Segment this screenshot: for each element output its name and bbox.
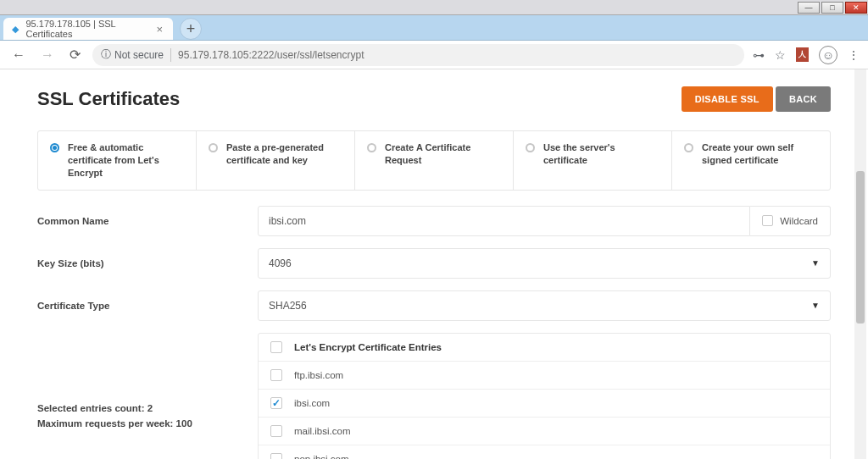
cert-type-row: Certificate Type SHA256 ▼ [37,290,831,321]
radio-icon [50,143,59,152]
key-size-select[interactable]: 4096 ▼ [258,248,831,279]
disable-ssl-button[interactable]: DISABLE SSL [682,86,773,112]
cert-source-tab[interactable]: Create your own self signed certificate [672,131,830,190]
window-close-button[interactable]: ✕ [845,2,867,14]
radio-icon [367,143,376,152]
scroll-thumb[interactable] [856,171,865,324]
browser-tab-strip: ◆ 95.179.178.105 | SSL Certificates × + [0,15,868,41]
cert-source-tab[interactable]: Use the server's certificate [514,131,672,190]
new-tab-button[interactable]: + [180,18,202,40]
wildcard-checkbox[interactable] [762,215,773,226]
common-name-input-wrap: Wildcard [258,206,831,236]
chevron-down-icon: ▼ [811,301,820,310]
entry-checkbox[interactable]: ✓ [270,397,282,409]
entry-domain: ibsi.com [294,398,330,408]
radio-icon [209,143,218,152]
selected-count-label: Selected entries count: 2 [37,401,258,416]
browser-toolbar: ← → ⟳ ⓘ Not secure 95.179.178.105:2222/u… [0,41,868,69]
nav-reload-button[interactable]: ⟳ [66,45,84,64]
entry-domain: mail.ibsi.com [294,426,350,436]
wildcard-label: Wildcard [780,216,818,226]
nav-forward-button[interactable]: → [37,46,58,64]
entry-row[interactable]: ftp.ibsi.com [259,362,830,390]
profile-avatar-icon[interactable]: ☺ [819,46,837,64]
entry-checkbox[interactable] [270,425,282,437]
page-title: SSL Certificates [37,88,180,110]
cert-source-tab[interactable]: Paste a pre-generated certificate and ke… [197,131,355,190]
entry-row[interactable]: ✓ibsi.com [259,390,830,418]
pdf-extension-icon[interactable]: 人 [796,47,809,62]
common-name-input[interactable] [258,206,750,236]
radio-icon [526,143,535,152]
saved-password-icon[interactable]: ⊶ [753,48,765,62]
entry-row[interactable]: pop.ibsi.com [259,445,830,459]
back-button[interactable]: BACK [776,86,831,112]
browser-tab[interactable]: ◆ 95.179.178.105 | SSL Certificates × [3,18,173,40]
window-minimize-button[interactable]: — [798,2,820,14]
cert-source-tab[interactable]: Free & automatic certificate from Let's … [38,131,197,190]
key-size-value: 4096 [269,257,292,269]
tab-favicon-icon: ◆ [10,23,20,35]
key-size-label: Key Size (bits) [37,258,258,268]
page-content: SSL Certificates DISABLE SSL BACK Free &… [0,69,868,459]
page-scrollbar[interactable] [854,69,866,459]
cert-source-tab-label: Paste a pre-generated certificate and ke… [226,141,342,167]
certificate-source-tabs: Free & automatic certificate from Let's … [37,130,831,191]
kebab-menu-icon[interactable]: ⋮ [848,48,860,62]
entry-row[interactable]: mail.ibsi.com [259,418,830,445]
header-actions: DISABLE SSL BACK [682,86,831,112]
address-bar[interactable]: ⓘ Not secure 95.179.178.105:2222/user/ss… [92,44,744,66]
common-name-row: Common Name Wildcard [37,206,831,236]
entry-checkbox[interactable] [270,453,282,459]
not-secure-indicator[interactable]: ⓘ Not secure [101,47,164,62]
cert-type-value: SHA256 [269,300,307,312]
browser-tab-title: 95.179.178.105 | SSL Certificates [25,19,149,39]
max-requests-label: Maximum requests per week: 100 [37,416,258,431]
window-maximize-button[interactable]: □ [821,2,843,14]
radio-icon [684,143,693,152]
info-icon: ⓘ [101,47,111,62]
os-window-bar: — □ ✕ [0,0,868,15]
common-name-label: Common Name [37,216,258,226]
select-all-checkbox[interactable] [270,341,282,353]
entries-header-label: Let's Encrypt Certificate Entries [294,342,442,352]
wildcard-toggle[interactable]: Wildcard [750,206,831,236]
bookmark-icon[interactable]: ☆ [775,48,786,62]
entries-header-row: Let's Encrypt Certificate Entries [259,334,830,362]
entry-domain: ftp.ibsi.com [294,370,343,380]
toolbar-icons: ⊶ ☆ 人 ☺ ⋮ [753,46,860,64]
cert-source-tab-label: Use the server's certificate [543,141,659,167]
entries-info: Selected entries count: 2 Maximum reques… [37,333,258,432]
page-header: SSL Certificates DISABLE SSL BACK [37,86,831,112]
entry-checkbox[interactable] [270,369,282,381]
cert-source-tab-label: Free & automatic certificate from Let's … [68,141,184,180]
cert-source-tab-label: Create A Certificate Request [385,141,501,167]
cert-source-tab[interactable]: Create A Certificate Request [355,131,514,190]
entries-section: Selected entries count: 2 Maximum reques… [37,333,831,459]
url-text: 95.179.178.105:2222/user/ssl/letsencrypt [178,49,364,61]
omnibox-divider [170,48,171,62]
entries-table: Let's Encrypt Certificate Entriesftp.ibs… [258,333,831,459]
nav-back-button[interactable]: ← [8,46,29,64]
chevron-down-icon: ▼ [811,258,820,268]
tab-close-icon[interactable]: × [154,23,164,36]
cert-type-label: Certificate Type [37,301,258,311]
security-label: Not secure [114,49,164,61]
key-size-row: Key Size (bits) 4096 ▼ [37,248,831,279]
cert-source-tab-label: Create your own self signed certificate [702,141,818,167]
cert-type-select[interactable]: SHA256 ▼ [258,290,831,321]
entry-domain: pop.ibsi.com [294,454,349,459]
